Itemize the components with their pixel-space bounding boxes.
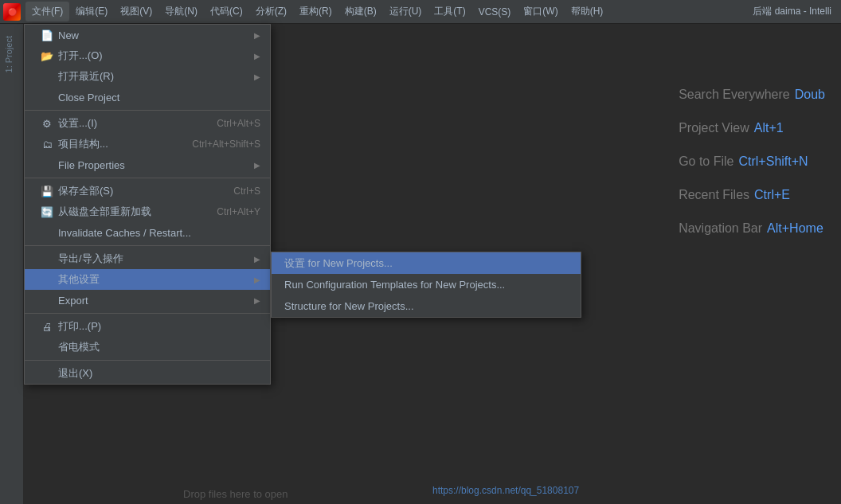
shortcut-goto-label: Go to File [679, 154, 733, 169]
open-icon: 📂 [41, 49, 53, 62]
menu-item-save-all[interactable]: 💾 保存全部(S) Ctrl+S [25, 181, 270, 201]
menu-item-invalidate[interactable]: Invalidate Caches / Restart... [25, 222, 270, 243]
menu-item-project-structure[interactable]: 🗂 项目结构... Ctrl+Alt+Shift+S [25, 134, 270, 154]
file-properties-icon [41, 158, 53, 171]
reload-icon: 🔄 [41, 205, 53, 218]
reload-shortcut: Ctrl+Alt+Y [217, 206, 260, 217]
bottom-url: https://blog.csdn.net/qq_51808107 [432, 485, 579, 496]
exit-icon [41, 367, 53, 380]
arrow-icon: ▶ [254, 31, 260, 40]
menu-view[interactable]: 视图(V) [114, 2, 158, 21]
shortcut-project-label: Project View [679, 121, 749, 135]
separator-1 [25, 110, 270, 111]
shortcut-project: Project View Alt+1 [679, 121, 825, 135]
menu-item-open[interactable]: 📂 打开...(O) ▶ [25, 45, 270, 66]
open-recent-arrow-icon: ▶ [254, 72, 260, 81]
shortcut-recent: Recent Files Ctrl+E [679, 188, 825, 202]
open-arrow-icon: ▶ [254, 52, 260, 61]
separator-4 [25, 313, 270, 314]
export-icon [41, 294, 53, 307]
shortcut-project-key: Alt+1 [754, 121, 784, 135]
save-icon: 💾 [41, 185, 53, 197]
settings-icon: ⚙ [41, 117, 53, 130]
power-save-icon [41, 341, 53, 354]
print-icon: 🖨 [41, 320, 53, 333]
menu-item-open-recent[interactable]: 打开最近(R) ▶ [25, 66, 270, 87]
menu-file[interactable]: 文件(F) [25, 2, 69, 21]
other-settings-icon [41, 273, 53, 286]
shortcut-search-key: Doub [795, 88, 825, 102]
project-structure-shortcut: Ctrl+Alt+Shift+S [192, 139, 260, 150]
menubar: 🔴 文件(F) 编辑(E) 视图(V) 导航(N) 代码(C) 分析(Z) 重构… [0, 0, 841, 24]
menu-refactor[interactable]: 重构(R) [293, 2, 338, 21]
left-sidebar: 1: Project [0, 24, 24, 504]
separator-3 [25, 245, 270, 246]
menu-item-export[interactable]: Export ▶ [25, 290, 270, 311]
shortcut-goto: Go to File Ctrl+Shift+N [679, 154, 825, 169]
settings-shortcut: Ctrl+Alt+S [217, 118, 260, 129]
menu-item-power-save[interactable]: 省电模式 [25, 337, 270, 357]
menu-vcs[interactable]: VCS(S) [472, 3, 518, 21]
export-import-icon [41, 252, 53, 265]
app-logo: 🔴 [3, 3, 21, 21]
shortcut-recent-label: Recent Files [679, 188, 749, 202]
shortcut-search-label: Search Everywhere [679, 88, 790, 102]
menu-build[interactable]: 构建(B) [338, 2, 383, 21]
separator-2 [25, 178, 270, 178]
menu-item-other-settings[interactable]: 其他设置 ▶ [25, 269, 270, 290]
menu-item-settings[interactable]: ⚙ 设置...(I) Ctrl+Alt+S [25, 113, 270, 134]
menu-item-file-properties[interactable]: File Properties ▶ [25, 154, 270, 175]
other-settings-arrow-icon: ▶ [254, 275, 260, 284]
menu-item-new[interactable]: 📄 New ▶ [25, 25, 270, 45]
menu-tools[interactable]: 工具(T) [428, 2, 471, 21]
app-title: 后端 daima - Intelli [753, 5, 838, 18]
menu-item-exit[interactable]: 退出(X) [25, 363, 270, 384]
menu-window[interactable]: 窗口(W) [517, 2, 564, 21]
invalidate-icon [41, 226, 53, 239]
shortcut-navbar: Navigation Bar Alt+Home [679, 221, 825, 236]
shortcut-navbar-label: Navigation Bar [679, 221, 762, 236]
other-settings-submenu: 设置 for New Projects... Run Configuration… [271, 252, 581, 318]
shortcut-navbar-key: Alt+Home [767, 221, 823, 236]
project-tab[interactable]: 1: Project [0, 28, 18, 80]
shortcut-search: Search Everywhere Doub [679, 88, 825, 102]
menu-item-print[interactable]: 🖨 打印...(P) [25, 316, 270, 337]
menu-item-export-import[interactable]: 导出/导入操作 ▶ [25, 248, 270, 269]
menu-navigate[interactable]: 导航(N) [158, 2, 204, 21]
new-icon: 📄 [41, 29, 53, 41]
menu-help[interactable]: 帮助(H) [565, 2, 610, 21]
close-project-icon [41, 91, 53, 104]
file-menu-dropdown: 📄 New ▶ 📂 打开...(O) ▶ 打开最近(R) ▶ Close Pro… [24, 24, 271, 385]
shortcut-recent-key: Ctrl+E [754, 188, 790, 202]
menu-code[interactable]: 代码(C) [204, 2, 249, 21]
open-recent-icon [41, 70, 53, 83]
shortcut-goto-key: Ctrl+Shift+N [738, 154, 808, 169]
menu-analyze[interactable]: 分析(Z) [249, 2, 293, 21]
menu-item-reload[interactable]: 🔄 从磁盘全部重新加载 Ctrl+Alt+Y [25, 201, 270, 222]
drop-hint: Drop files here to open [183, 488, 288, 500]
menu-item-close-project[interactable]: Close Project [25, 87, 270, 107]
save-shortcut: Ctrl+S [233, 186, 260, 197]
menu-edit[interactable]: 编辑(E) [69, 2, 114, 21]
submenu-item-run-config[interactable]: Run Configuration Templates for New Proj… [272, 274, 581, 295]
project-structure-icon: 🗂 [41, 138, 53, 150]
menu-run[interactable]: 运行(U) [383, 2, 428, 21]
export-arrow-icon: ▶ [254, 296, 260, 305]
export-import-arrow-icon: ▶ [254, 255, 260, 264]
shortcuts-panel: Search Everywhere Doub Project View Alt+… [679, 88, 825, 255]
separator-5 [25, 360, 270, 361]
submenu-item-settings-new-projects[interactable]: 设置 for New Projects... [272, 252, 581, 274]
file-properties-arrow-icon: ▶ [254, 161, 260, 170]
submenu-item-structure[interactable]: Structure for New Projects... [272, 295, 581, 317]
